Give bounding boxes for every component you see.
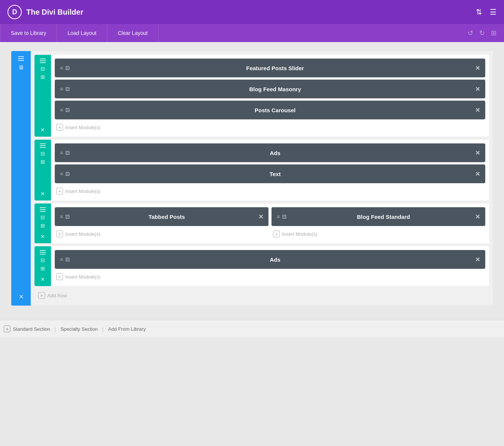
- redo-icon[interactable]: ↻: [479, 29, 485, 37]
- row-4-close-icon[interactable]: ✕: [40, 276, 45, 282]
- module-icons-2: ≡ ⊡: [60, 86, 70, 92]
- module-hamburger-icon-2[interactable]: ≡: [60, 86, 63, 92]
- module-featured-close[interactable]: ✕: [475, 65, 480, 72]
- module-carousel-close[interactable]: ✕: [475, 107, 480, 114]
- module-hamburger-text[interactable]: ≡: [60, 171, 63, 177]
- row-2-layout-icon[interactable]: ⊟: [40, 151, 45, 156]
- add-row-button[interactable]: + Add Row: [34, 289, 489, 302]
- row-4-drag-icon[interactable]: [40, 250, 46, 255]
- module-blog-feed-standard[interactable]: ≡ ⊡ Blog Feed Standard ✕: [272, 207, 485, 226]
- specialty-section-label: Specialty Section: [60, 326, 98, 332]
- section-module-icon[interactable]: 🖥: [18, 65, 24, 71]
- insert-module-label-3b: Insert Module(s): [282, 231, 317, 237]
- specialty-section-button[interactable]: Specialty Section: [60, 326, 98, 332]
- wireframe-icon[interactable]: ⊞: [491, 29, 496, 37]
- module-featured-posts-slider[interactable]: ≡ ⊡ Featured Posts Slider ✕: [55, 59, 485, 77]
- module-hamburger-ads1[interactable]: ≡: [60, 150, 63, 156]
- module-hamburger-icon-3[interactable]: ≡: [60, 107, 63, 113]
- row-3-close-icon[interactable]: ✕: [40, 234, 45, 240]
- module-title-ads1: Ads: [75, 150, 475, 156]
- module-hamburger-tabbed[interactable]: ≡: [60, 214, 63, 220]
- row-2-grid-icon[interactable]: ⊞: [40, 159, 45, 164]
- module-monitor-ads2[interactable]: ⊡: [65, 256, 70, 262]
- section-close-icon[interactable]: ✕: [19, 293, 24, 300]
- module-ads-2[interactable]: ≡ ⊡ Ads ✕: [55, 250, 485, 269]
- insert-module-label-1: Insert Module(s): [65, 125, 100, 130]
- module-monitor-tabbed[interactable]: ⊡: [65, 214, 70, 220]
- row-3-col-1: ≡ ⊡ Tabbed Posts ✕ + Insert Module(s): [55, 207, 268, 240]
- section-drag-icon[interactable]: [18, 56, 24, 61]
- module-title-tabbed: Tabbed Posts: [75, 214, 258, 220]
- sort-icon[interactable]: ⇅: [476, 8, 482, 17]
- insert-plus-icon-3b: +: [273, 231, 280, 237]
- row-3-grid-icon[interactable]: ⊞: [40, 223, 45, 228]
- module-monitor-icon-3[interactable]: ⊡: [65, 107, 70, 113]
- insert-module-1[interactable]: + Insert Module(s): [55, 122, 485, 133]
- menu-icon[interactable]: ☰: [490, 8, 496, 17]
- clear-layout-button[interactable]: Clear Layout: [107, 24, 158, 42]
- row-3-layout-icon[interactable]: ⊟: [40, 215, 45, 220]
- module-text-close[interactable]: ✕: [475, 170, 480, 178]
- row-1-layout-icon[interactable]: ⊟: [40, 66, 45, 71]
- header-left: D The Divi Builder: [8, 5, 83, 19]
- row-2-sidebar: ⊟ ⊞ ✕: [34, 140, 51, 200]
- module-text[interactable]: ≡ ⊡ Text ✕: [55, 164, 485, 183]
- module-hamburger-standard[interactable]: ≡: [277, 214, 280, 220]
- insert-module-2[interactable]: + Insert Module(s): [55, 185, 485, 197]
- insert-module-3a[interactable]: + Insert Module(s): [55, 228, 268, 240]
- standard-section-button[interactable]: + Standard Section: [4, 325, 50, 332]
- logo-letter: D: [12, 8, 17, 16]
- module-icons-text: ≡ ⊡: [60, 171, 70, 177]
- module-monitor-standard[interactable]: ⊡: [282, 214, 286, 220]
- row-4-grid-icon[interactable]: ⊞: [40, 266, 45, 271]
- row-1-drag-icon[interactable]: [40, 59, 46, 63]
- module-ads1-close[interactable]: ✕: [475, 149, 480, 157]
- module-standard-close[interactable]: ✕: [475, 213, 480, 220]
- module-monitor-icon-2[interactable]: ⊡: [65, 86, 70, 92]
- row-1-grid-icon[interactable]: ⊞: [40, 74, 45, 80]
- toolbar: Save to Library Load Layout Clear Layout…: [0, 24, 504, 42]
- row-1-close-icon[interactable]: ✕: [40, 127, 45, 133]
- insert-module-4[interactable]: + Insert Module(s): [55, 271, 485, 282]
- standard-section-label: Standard Section: [13, 326, 50, 332]
- add-from-library-button[interactable]: Add From Library: [108, 326, 146, 332]
- insert-module-3b[interactable]: + Insert Module(s): [272, 228, 485, 240]
- module-title-standard: Blog Feed Standard: [292, 214, 475, 220]
- header-right: ⇅ ☰: [476, 8, 496, 17]
- add-row-plus-icon: +: [38, 292, 45, 299]
- row-3-drag-icon[interactable]: [40, 207, 46, 212]
- row-4-content: ≡ ⊡ Ads ✕ + Insert Module(s): [51, 246, 489, 286]
- insert-plus-icon-1: +: [56, 124, 63, 131]
- insert-plus-icon-3a: +: [56, 231, 63, 237]
- module-hamburger-icon[interactable]: ≡: [60, 65, 63, 71]
- module-tabbed-posts[interactable]: ≡ ⊡ Tabbed Posts ✕: [55, 207, 268, 226]
- undo-icon[interactable]: ↺: [468, 29, 473, 37]
- standard-section-plus: +: [4, 325, 10, 332]
- row-2-drag-icon[interactable]: [40, 143, 46, 148]
- row-2: ⊟ ⊞ ✕ ≡ ⊡ Ads ✕: [34, 140, 489, 200]
- insert-module-label-3a: Insert Module(s): [65, 231, 100, 237]
- module-title-text: Text: [75, 171, 475, 177]
- module-hamburger-ads2[interactable]: ≡: [60, 256, 63, 262]
- add-from-library-label: Add From Library: [108, 326, 146, 332]
- module-masonry-close[interactable]: ✕: [475, 86, 480, 93]
- row-4-layout-icon[interactable]: ⊟: [40, 258, 45, 263]
- row-1: ⊟ ⊞ ✕ ≡ ⊡ Featured Posts Slider ✕: [34, 55, 489, 137]
- module-ads2-close[interactable]: ✕: [475, 256, 480, 263]
- module-posts-carousel[interactable]: ≡ ⊡ Posts Carousel ✕: [55, 101, 485, 119]
- insert-module-label-4: Insert Module(s): [65, 274, 100, 280]
- module-icons-tabbed: ≡ ⊡: [60, 214, 70, 220]
- module-blog-feed-masonry[interactable]: ≡ ⊡ Blog Feed Masonry ✕: [55, 80, 485, 98]
- load-layout-button[interactable]: Load Layout: [57, 24, 107, 42]
- divi-logo[interactable]: D: [8, 5, 22, 19]
- module-icons-3: ≡ ⊡: [60, 107, 70, 113]
- save-to-library-button[interactable]: Save to Library: [0, 24, 57, 42]
- module-monitor-ads1[interactable]: ⊡: [65, 150, 70, 156]
- insert-module-label-2: Insert Module(s): [65, 188, 100, 194]
- row-2-close-icon[interactable]: ✕: [40, 191, 45, 197]
- module-monitor-icon[interactable]: ⊡: [65, 65, 70, 71]
- module-ads-1[interactable]: ≡ ⊡ Ads ✕: [55, 143, 485, 162]
- module-tabbed-close[interactable]: ✕: [258, 213, 263, 220]
- header-title: The Divi Builder: [26, 8, 83, 17]
- module-monitor-text[interactable]: ⊡: [65, 171, 70, 177]
